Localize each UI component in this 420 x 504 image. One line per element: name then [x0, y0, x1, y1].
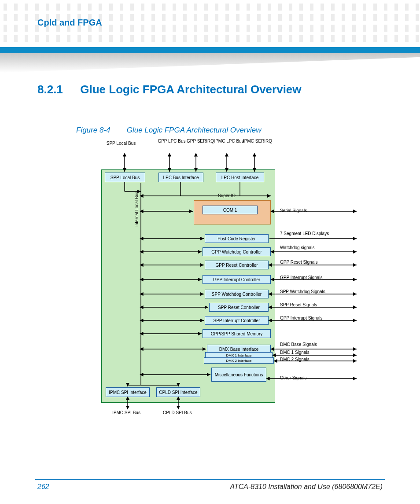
block-box: SPP Interrupt Controller: [205, 316, 269, 325]
heading-text: Glue Logic FPGA Architectural Overview: [80, 83, 301, 96]
block-box: GPP Watchdog Controller: [203, 247, 271, 256]
signal-label: GPP Interrupt Signals: [280, 275, 323, 280]
header-grey-wedge: [0, 53, 420, 73]
block-box: Post Code Register: [205, 234, 269, 243]
heading-number: 8.2.1: [37, 83, 77, 96]
block-box: SPP Reset Controller: [209, 303, 269, 312]
block-box: SPP Local Bus: [105, 173, 145, 182]
figure-caption: Figure 8-4 Glue Logic FPGA Architectural…: [76, 126, 262, 135]
top-label: IPMC SERIRQ: [242, 139, 273, 143]
section-title: Cpld and FPGA: [37, 18, 102, 28]
bottom-label: IPMC SPI Bus: [112, 410, 140, 415]
block-box: COM 1: [203, 206, 258, 214]
top-label: SPP Local Bus: [106, 141, 136, 146]
super-io-label: Super IO: [218, 193, 236, 198]
top-label: IPMC LPC Bus: [214, 139, 244, 143]
footer-doc-title: ATCA-8310 Installation and Use (6806800M…: [230, 483, 383, 491]
block-box: IPMC SPI Interface: [106, 387, 150, 397]
signal-label: DMC 2 Signals: [280, 357, 309, 362]
block-box: Miscellaneous Functions: [211, 368, 266, 382]
signal-label: Serial Signals: [280, 208, 307, 213]
fpga-diagram: SPP Local Bus GPP LPC Bus GPP SERIRQ IPM…: [75, 139, 361, 416]
figure-title: Glue Logic FPGA Architectural Overview: [127, 126, 262, 134]
signal-label: SPP Reset Signals: [280, 302, 317, 307]
bottom-label: CPLD SPI Bus: [163, 410, 192, 415]
signal-label: DMC 1 Signals: [280, 350, 309, 355]
block-box: GPP/SPP Shared Memory: [203, 329, 271, 338]
figure-label: Figure 8-4: [76, 126, 125, 135]
block-box: LPC Bus Interface: [158, 173, 203, 182]
signal-label: GPP Interrupt Signals: [280, 316, 323, 320]
block-box: GPP Interrupt Controller: [203, 275, 271, 284]
top-label: GPP LPC Bus: [156, 139, 187, 143]
header-blue-bar: [0, 47, 420, 53]
block-box: LPC Host Interface: [216, 173, 264, 182]
page-heading: 8.2.1 Glue Logic FPGA Architectural Over…: [37, 83, 302, 96]
signal-label: 7 Segment LED Displays: [280, 231, 329, 236]
block-box: DMX 2 Interface: [204, 357, 274, 364]
block-box: CPLD SPI Interface: [156, 387, 200, 397]
block-box: SPP Watchdog Controller: [205, 290, 269, 298]
internal-bus-label: Internal Local Bus: [134, 191, 139, 227]
footer-page-number: 262: [37, 483, 49, 491]
block-box: GPP Reset Controller: [205, 261, 269, 269]
signal-label: GPP Reset Signals: [280, 260, 317, 265]
signal-label: SPP Watchdog Signals: [280, 289, 325, 294]
signal-label: Other Signals: [280, 375, 307, 380]
signal-label: DMC Base Signals: [280, 342, 317, 347]
footer-rule: [35, 479, 385, 480]
top-label: GPP SERIRQ: [185, 139, 216, 143]
signal-label: Watchdog signals: [280, 245, 315, 250]
